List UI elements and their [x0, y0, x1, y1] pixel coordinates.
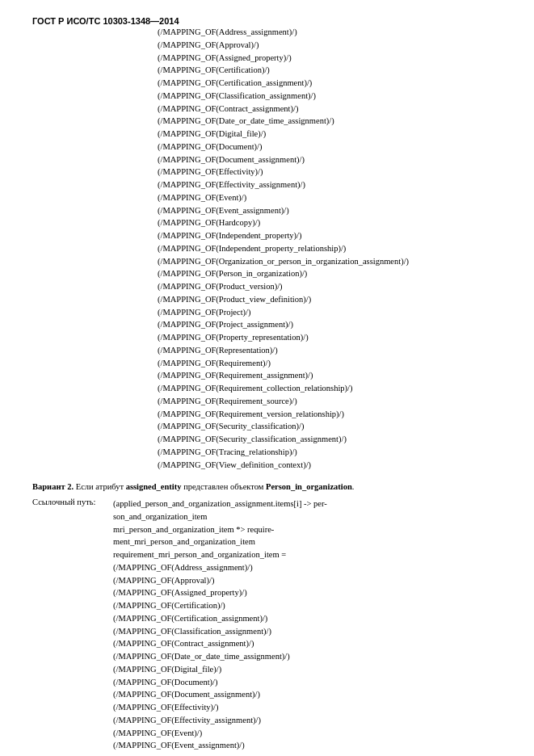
mapping-line: (/MAPPING_OF(Person_in_organization)/)	[158, 267, 502, 280]
ref-line: (/MAPPING_OF(Date_or_date_time_assignmen…	[113, 650, 502, 663]
mappings-list-1: (/MAPPING_OF(Address_assignment)/)(/MAPP…	[158, 26, 502, 471]
mapping-line: (/MAPPING_OF(Certification)/)	[158, 64, 502, 77]
mapping-line: (/MAPPING_OF(Event_assignment)/)	[158, 204, 502, 217]
mapping-line: (/MAPPING_OF(Representation)/)	[158, 344, 502, 357]
ref-line: (/MAPPING_OF(Digital_file)/)	[113, 663, 502, 676]
mapping-line: (/MAPPING_OF(Independent_property_relati…	[158, 242, 502, 255]
ref-label: Ссылочный путь:	[32, 498, 113, 506]
mapping-line: (/MAPPING_OF(Effectivity)/)	[158, 166, 502, 178]
ref-line: requirement_mri_person_and_organization_…	[113, 548, 502, 561]
ref-line: (/MAPPING_OF(Certification)/)	[113, 599, 502, 612]
ref-line: (/MAPPING_OF(Effectivity_assignment)/)	[113, 714, 502, 727]
mapping-line: (/MAPPING_OF(Event)/)	[158, 191, 502, 204]
mapping-line: (/MAPPING_OF(Effectivity_assignment)/)	[158, 178, 502, 191]
mapping-line: (/MAPPING_OF(Hardcopy)/)	[158, 216, 502, 229]
mapping-line: (/MAPPING_OF(Document_assignment)/)	[158, 153, 502, 166]
variant-2-text: Вариант 2. Если атрибут assigned_entity …	[32, 482, 354, 491]
mapping-line: (/MAPPING_OF(Project_assignment)/)	[158, 318, 502, 331]
mapping-line: (/MAPPING_OF(Certification_assignment)/)	[158, 77, 502, 90]
mapping-line: (/MAPPING_OF(Assigned_property)/)	[158, 52, 502, 65]
ref-line: (/MAPPING_OF(Classification_assignment)/…	[113, 625, 502, 638]
mapping-line: (/MAPPING_OF(Property_representation)/)	[158, 331, 502, 344]
mapping-line: (/MAPPING_OF(Independent_property)/)	[158, 229, 502, 242]
ref-content: (applied_person_and_organization_assignm…	[113, 498, 502, 752]
ref-line: (/MAPPING_OF(Assigned_property)/)	[113, 586, 502, 599]
mapping-line: (/MAPPING_OF(Document)/)	[158, 141, 502, 153]
ref-line: (/MAPPING_OF(Address_assignment)/)	[113, 561, 502, 574]
ref-line: (/MAPPING_OF(Effectivity)/)	[113, 701, 502, 714]
mapping-line: (/MAPPING_OF(Project)/)	[158, 306, 502, 319]
ref-line: (/MAPPING_OF(Certification_assignment)/)	[113, 612, 502, 625]
variant-intro-2: представлен объектом	[182, 482, 267, 491]
mapping-line: (/MAPPING_OF(Organization_or_person_in_o…	[158, 255, 502, 268]
mapping-line: (/MAPPING_OF(Classification_assignment)/…	[158, 90, 502, 103]
ref-line: (/MAPPING_OF(Contract_assignment)/)	[113, 637, 502, 650]
ref-line: ment_mri_person_and_organization_item	[113, 536, 502, 548]
mapping-line: (/MAPPING_OF(Requirement_assignment)/)	[158, 369, 502, 382]
mapping-line: (/MAPPING_OF(Approval)/)	[158, 39, 502, 52]
mapping-line: (/MAPPING_OF(Address_assignment)/)	[158, 26, 502, 39]
mapping-line: (/MAPPING_OF(Requirement_collection_rela…	[158, 382, 502, 395]
ref-line: (/MAPPING_OF(Document)/)	[113, 676, 502, 689]
ref-line: mri_person_and_organization_item *> requ…	[113, 523, 502, 536]
mapping-line: (/MAPPING_OF(Contract_assignment)/)	[158, 103, 502, 116]
mapping-line: (/MAPPING_OF(Digital_file)/)	[158, 128, 502, 141]
variant-assigned-entity: assigned_entity	[126, 482, 182, 491]
ref-line: (applied_person_and_organization_assignm…	[113, 498, 502, 510]
mapping-line: (/MAPPING_OF(View_definition_context)/)	[158, 459, 502, 472]
variant-2-block: Вариант 2. Если атрибут assigned_entity …	[32, 481, 502, 494]
mapping-line: (/MAPPING_OF(Product_version)/)	[158, 280, 502, 293]
ref-path-block: Ссылочный путь: (applied_person_and_orga…	[32, 498, 502, 752]
mapping-line: (/MAPPING_OF(Date_or_date_time_assignmen…	[158, 115, 502, 128]
mapping-line: (/MAPPING_OF(Requirement_source)/)	[158, 395, 502, 408]
variant-person-org: Person_in_organization	[266, 482, 352, 491]
document-title: ГОСТ Р ИСО/ТС 10303-1348—2014	[32, 16, 179, 26]
mapping-line: (/MAPPING_OF(Tracing_relationship)/)	[158, 446, 502, 459]
ref-line: (/MAPPING_OF(Document_assignment)/)	[113, 688, 502, 701]
variant-intro-1: Если атрибут	[74, 482, 126, 491]
mapping-line: (/MAPPING_OF(Security_classification_ass…	[158, 433, 502, 446]
ref-line: son_and_organization_item	[113, 510, 502, 523]
mapping-line: (/MAPPING_OF(Security_classification)/)	[158, 420, 502, 433]
ref-line: (/MAPPING_OF(Event_assignment)/)	[113, 739, 502, 752]
mapping-line: (/MAPPING_OF(Requirement)/)	[158, 357, 502, 370]
mapping-line: (/MAPPING_OF(Product_view_definition)/)	[158, 293, 502, 306]
page-header: ГОСТ Р ИСО/ТС 10303-1348—2014	[32, 16, 502, 26]
variant-label: Вариант 2.	[32, 482, 74, 491]
ref-line: (/MAPPING_OF(Event)/)	[113, 727, 502, 740]
ref-line: (/MAPPING_OF(Approval)/)	[113, 574, 502, 587]
mapping-line: (/MAPPING_OF(Requirement_version_relatio…	[158, 408, 502, 421]
variant-period: .	[352, 482, 355, 491]
